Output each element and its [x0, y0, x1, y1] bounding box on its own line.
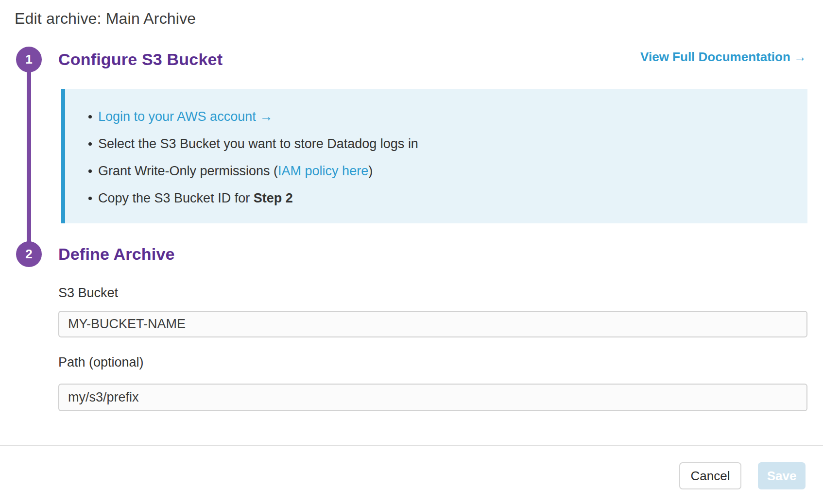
- step-2-heading: Define Archive: [58, 241, 175, 267]
- step-2-number: 2: [25, 247, 32, 262]
- view-full-documentation-link[interactable]: View Full Documentation →: [640, 50, 806, 65]
- instruction-text-prefix: Copy the S3 Bucket ID for: [98, 191, 254, 205]
- page-title: Edit archive: Main Archive: [15, 10, 196, 28]
- step-1-heading: Configure S3 Bucket: [58, 47, 223, 72]
- step-1-badge: 1: [16, 47, 42, 72]
- iam-policy-link[interactable]: IAM policy here: [278, 164, 368, 178]
- step-1-number: 1: [25, 52, 32, 67]
- path-label: Path (optional): [58, 355, 144, 370]
- instruction-grant-permissions: Grant Write-Only permissions (IAM policy…: [65, 157, 807, 185]
- s3-bucket-label: S3 Bucket: [58, 286, 118, 301]
- edit-archive-page: Edit archive: Main Archive View Full Doc…: [0, 0, 823, 504]
- cancel-button[interactable]: Cancel: [679, 462, 741, 489]
- instruction-copy-bucket-id: Copy the S3 Bucket ID for Step 2: [65, 185, 807, 212]
- instruction-select-bucket: Select the S3 Bucket you want to store D…: [65, 130, 807, 157]
- step-connector-line: [27, 59, 31, 254]
- instructions-list: Login to your AWS account → Select the S…: [65, 89, 807, 212]
- path-input[interactable]: [58, 384, 807, 411]
- instruction-text-prefix: Grant Write-Only permissions (: [98, 164, 278, 178]
- login-aws-link[interactable]: Login to your AWS account →: [98, 109, 273, 124]
- instruction-text-suffix: ): [368, 164, 373, 178]
- save-button[interactable]: Save: [758, 462, 806, 489]
- instructions-panel: Login to your AWS account → Select the S…: [61, 89, 807, 223]
- step-2-badge: 2: [16, 241, 42, 267]
- footer-divider: [0, 445, 823, 446]
- step-2-reference: Step 2: [254, 191, 293, 205]
- instruction-login-aws: Login to your AWS account →: [65, 103, 807, 130]
- s3-bucket-input[interactable]: [58, 311, 807, 337]
